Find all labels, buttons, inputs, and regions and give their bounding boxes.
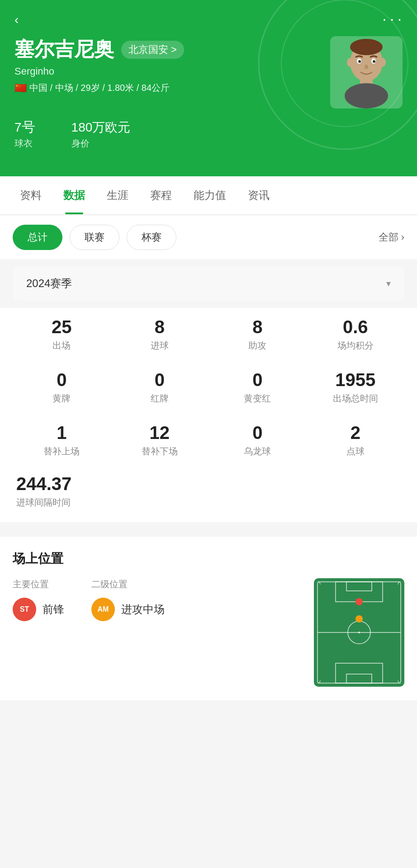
- svg-point-24: [355, 615, 363, 623]
- svg-point-1: [281, 0, 408, 127]
- back-button[interactable]: ‹: [14, 13, 19, 27]
- stat-label-yellow: 黄牌: [13, 392, 111, 405]
- secondary-position-col: 二级位置 AM 进攻中场: [91, 578, 165, 627]
- secondary-position-item: AM 进攻中场: [91, 598, 165, 621]
- stat-assists: 8 助攻: [208, 317, 307, 352]
- filter-cup[interactable]: 杯赛: [127, 225, 176, 250]
- svg-point-18: [358, 632, 360, 633]
- value-label: 身价: [71, 137, 131, 150]
- stat-label-goal-interval: 进球间隔时间: [16, 496, 404, 509]
- stat-num-red: 0: [111, 370, 209, 390]
- stat-num-penalty: 2: [307, 423, 405, 443]
- stat-label-penalty: 点球: [307, 445, 405, 458]
- position-content: 主要位置 ST 前锋 二级位置 AM 进攻中场: [13, 578, 404, 687]
- stat-num-own-goal: 0: [208, 423, 307, 443]
- stat-num-appearances: 25: [13, 317, 111, 337]
- stat-label-avg-score: 场均积分: [307, 340, 405, 352]
- field-diagram: [314, 578, 404, 687]
- stat-minutes: 1955 出场总时间: [307, 370, 405, 405]
- filter-row: 总计 联赛 杯赛 全部 ›: [0, 216, 417, 259]
- jersey-label: 球衣: [14, 137, 35, 150]
- stat-avg-score: 0.6 场均积分: [307, 317, 405, 352]
- tabs-bar: 资料 数据 生涯 赛程 能力值 资讯: [0, 176, 417, 215]
- tab-news[interactable]: 资讯: [237, 176, 280, 214]
- secondary-pos-label: 进攻中场: [121, 602, 165, 617]
- stat-y2r: 0 黄变红: [208, 370, 307, 405]
- season-label: 2024赛季: [26, 276, 72, 291]
- stat-sub-on: 1 替补上场: [13, 423, 111, 458]
- stat-own-goal: 0 乌龙球: [208, 423, 307, 458]
- stat-label-sub-off: 替补下场: [111, 445, 209, 458]
- stat-num-sub-off: 12: [111, 423, 209, 443]
- stat-label-minutes: 出场总时间: [307, 392, 405, 405]
- stat-num-minutes: 1955: [307, 370, 405, 390]
- stat-label-goals: 进球: [111, 340, 209, 352]
- stat-label-y2r: 黄变红: [208, 392, 307, 405]
- position-section: 场上位置 主要位置 ST 前锋 二级位置 AM 进攻中场: [0, 537, 417, 700]
- filter-total[interactable]: 总计: [13, 225, 62, 250]
- jersey-stat: 7号 球衣: [14, 110, 35, 150]
- stat-label-own-goal: 乌龙球: [208, 445, 307, 458]
- stat-num-avg-score: 0.6: [307, 317, 405, 337]
- hero-section: ‹ • • • 塞尔吉尼奥 北京国安 > Serginho 🇨🇳 中国 / 中场…: [0, 0, 417, 176]
- stat-label-appearances: 出场: [13, 340, 111, 352]
- tab-career[interactable]: 生涯: [96, 176, 139, 214]
- pos-badge-am: AM: [91, 598, 115, 621]
- stat-num-goal-interval: 244.37: [16, 474, 404, 494]
- stat-sub-off: 12 替补下场: [111, 423, 209, 458]
- stat-appearances: 25 出场: [13, 317, 111, 352]
- stat-num-yellow: 0: [13, 370, 111, 390]
- tab-ability[interactable]: 能力值: [183, 176, 237, 214]
- player-details: 中国 / 中场 / 29岁 / 1.80米 / 84公斤: [29, 82, 170, 94]
- filter-league[interactable]: 联赛: [70, 225, 119, 250]
- pos-badge-st: ST: [13, 598, 36, 621]
- stat-num-goals: 8: [111, 317, 209, 337]
- primary-position-label: 主要位置: [13, 578, 64, 590]
- player-name: 塞尔吉尼奥: [14, 36, 114, 63]
- stat-yellow: 0 黄牌: [13, 370, 111, 405]
- tab-schedule[interactable]: 赛程: [139, 176, 183, 214]
- position-cols: 主要位置 ST 前锋 二级位置 AM 进攻中场: [13, 578, 305, 627]
- section-divider: [0, 522, 417, 529]
- stat-goals: 8 进球: [111, 317, 209, 352]
- stats-grid: 25 出场 8 进球 8 助攻 0.6 场均积分 0 黄牌 0 红牌 0 黄变红: [13, 317, 404, 458]
- stat-red: 0 红牌: [111, 370, 209, 405]
- stat-label-red: 红牌: [111, 392, 209, 405]
- value-stat: 180万欧元 身价: [71, 110, 131, 150]
- player-value: 180万欧元: [71, 110, 131, 136]
- primary-pos-label: 前锋: [43, 602, 64, 617]
- stats-section: 25 出场 8 进球 8 助攻 0.6 场均积分 0 黄牌 0 红牌 0 黄变红: [0, 308, 417, 522]
- filter-all[interactable]: 全部 ›: [379, 231, 404, 244]
- flag-icon: 🇨🇳: [14, 82, 27, 94]
- tab-stats[interactable]: 数据: [52, 176, 96, 214]
- chevron-down-icon: ▾: [386, 278, 391, 289]
- position-title: 场上位置: [13, 550, 404, 567]
- jersey-number: 7号: [14, 110, 35, 136]
- tab-profile[interactable]: 资料: [9, 176, 52, 214]
- primary-position-item: ST 前锋: [13, 598, 64, 621]
- stat-label-assists: 助攻: [208, 340, 307, 352]
- secondary-position-label: 二级位置: [91, 578, 165, 590]
- stat-penalty: 2 点球: [307, 423, 405, 458]
- club-badge[interactable]: 北京国安 >: [121, 41, 184, 59]
- primary-position-col: 主要位置 ST 前锋: [13, 578, 64, 627]
- stat-num-assists: 8: [208, 317, 307, 337]
- stat-num-y2r: 0: [208, 370, 307, 390]
- stat-num-sub-on: 1: [13, 423, 111, 443]
- stat-label-sub-on: 替补上场: [13, 445, 111, 458]
- season-selector[interactable]: 2024赛季 ▾: [13, 266, 404, 301]
- svg-point-23: [355, 598, 363, 605]
